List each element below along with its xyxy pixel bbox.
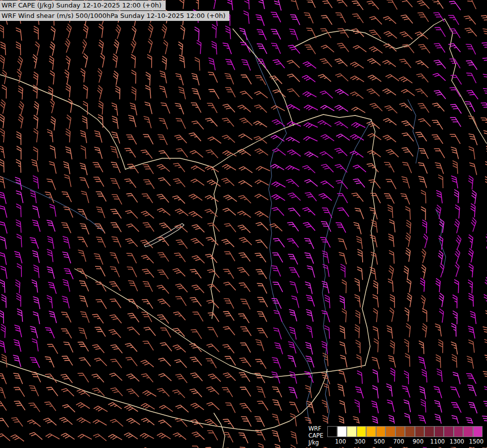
map-background xyxy=(0,0,487,448)
legend-tick: 100 xyxy=(331,438,350,445)
legend-swatch-8 xyxy=(405,426,415,437)
legend-swatches xyxy=(327,426,486,437)
legend-title: WRF CAPE J/kg xyxy=(308,425,323,446)
legend-swatch-4 xyxy=(366,426,376,437)
legend-tick: 500 xyxy=(370,438,389,445)
legend-color-scale: 100 300 500 700 900 1100 1300 1500 xyxy=(327,426,486,445)
cape-legend: WRF CAPE J/kg 100 300 500 700 900 1100 1… xyxy=(303,424,487,447)
weather-map-canvas xyxy=(0,0,487,448)
legend-tick: 1100 xyxy=(428,438,447,445)
legend-swatch-1 xyxy=(337,426,347,437)
legend-swatch-3 xyxy=(357,426,367,437)
legend-title-line3: J/kg xyxy=(308,439,323,446)
legend-title-line1: WRF xyxy=(308,425,323,432)
legend-tick: 1300 xyxy=(447,438,467,445)
legend-swatch-9 xyxy=(415,426,425,437)
legend-swatch-0 xyxy=(327,426,337,437)
title-wind-shear: WRF Wind shear (m/s) 500/1000hPa Sunday … xyxy=(0,11,229,21)
title-cape: WRF CAPE (J/kg) Sunday 12-10-2025 12:00 … xyxy=(0,0,166,10)
legend-swatch-14 xyxy=(463,426,473,437)
legend-swatch-5 xyxy=(376,426,386,437)
legend-title-line2: CAPE xyxy=(308,432,323,439)
legend-swatch-13 xyxy=(454,426,464,437)
legend-swatch-7 xyxy=(395,426,405,437)
legend-swatch-2 xyxy=(347,426,357,437)
map-header: WRF CAPE (J/kg) Sunday 12-10-2025 12:00 … xyxy=(0,0,229,21)
legend-tick-labels: 100 300 500 700 900 1100 1300 1500 xyxy=(327,437,486,445)
legend-swatch-10 xyxy=(424,426,434,437)
legend-tick: 900 xyxy=(408,438,428,445)
legend-swatch-12 xyxy=(444,426,454,437)
legend-swatch-6 xyxy=(386,426,395,437)
legend-tick: 700 xyxy=(389,438,408,445)
legend-swatch-11 xyxy=(434,426,444,437)
legend-swatch-15 xyxy=(473,426,483,437)
weather-map-viewport: WRF CAPE (J/kg) Sunday 12-10-2025 12:00 … xyxy=(0,0,487,448)
legend-tick: 1500 xyxy=(467,438,486,445)
legend-tick: 300 xyxy=(350,438,370,445)
